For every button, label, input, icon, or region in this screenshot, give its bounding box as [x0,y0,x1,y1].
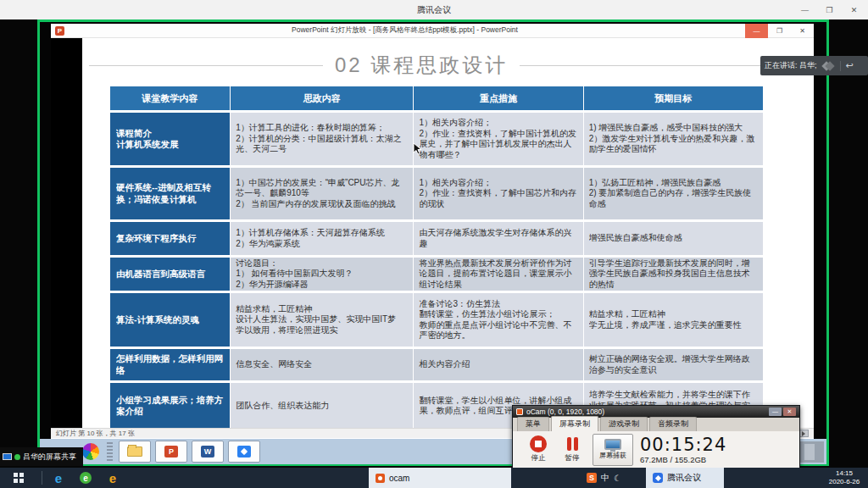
taskbar-meeting-button[interactable]: 腾讯会议 [646,468,724,488]
capture-label: 屏幕捕获 [599,451,626,460]
recording-timer: 00:15:24 [640,435,726,455]
table-header-cell: 重点措施 [414,86,582,110]
maximize-icon[interactable]: ❐ [817,0,842,19]
screen-capture-button[interactable]: 屏幕捕获 [593,434,633,466]
pinwheel-icon[interactable] [82,443,99,460]
powerpoint-window-title: PowerPoint 幻灯片放映 - [商务风格年终总结ppt模板.pptx] … [64,25,745,36]
tray-clock[interactable]: 14:15 2020-6-26 [821,468,868,488]
table-cell: 精益求精，工匠精神 学无止境，养成严谨，追求完美的重要性 [584,293,763,347]
table-row-header: 怎样利用数据，怎样利用网络 [110,349,230,380]
table-cell: 1）相关内容介绍； 2）作业：查找资料，了解中国芯片和内存的现状 [414,168,582,219]
taskbar-ocam-button[interactable]: ocam [369,468,511,488]
speaking-label: 正在讲话: 吕华; [765,60,817,71]
table-row-header: 小组学习成果展示；培养方案介绍 [110,383,230,428]
table-row: 硬件系统--进制及相互转换；冯诺依曼计算机1）中国芯片的发展史：“申威”CPU芯… [110,168,763,219]
stop-icon [530,435,547,452]
table-cell: 将业界热点最新技术发展分析评价作为讨论题目，提前布置讨论题目，课堂展示小组讨论结… [414,258,582,291]
ppt-minimize-icon[interactable]: — [745,24,768,38]
slide-letterbox [51,38,82,428]
pause-button[interactable]: 暂停 [555,435,589,463]
edge-browser-icon[interactable]: e [49,468,68,488]
table-header-cell: 思政内容 [231,86,413,110]
sogou-ime-icon[interactable]: S [587,473,597,483]
table-row: 由机器语言到高级语言讨论题目： 1） 如何看待中国新四大发明？ 2）华为开源编译… [110,258,763,291]
table-row: 课程简介 计算机系统发展1）计算工具的进化：春秋时期的算筹； 2）计算机的分类：… [110,113,763,165]
table-row-header: 由机器语言到高级语言 [110,258,230,291]
table-cell: 团队合作、组织表达能力 [231,383,413,428]
minimize-icon[interactable]: — [793,0,817,19]
table-cell: 信息安全、网络安全 [231,349,413,380]
table-cell: 准备讨论3：仿生算法 翻转课堂，仿生算法小组讨论展示； 教师的重点是点评小组讨论… [414,293,582,347]
table-cell: 1）计算机存储体系：天河超算存储系统 2）华为鸿蒙系统 [231,222,413,255]
powerpoint-app-icon: P [55,26,64,36]
tray-time: 14:15 [836,469,853,478]
course-table: 课堂教学内容思政内容重点措施预期目标课程简介 计算机系统发展1）计算工具的进化：… [109,84,764,428]
ocam-toolbar: 停止 暂停 屏幕捕获 00:15:24 67.2MB / 155.2GB [513,431,799,468]
table-cell: 树立正确的网络安全观。增强大学生网络政治参与的安全意识 [584,349,763,380]
stop-button[interactable]: 停止 [521,435,555,463]
meeting-task-label: 腾讯会议 [667,472,701,484]
moon-icon[interactable]: ☾ [614,474,621,483]
table-cell: 由天河存储系统激发学生对存储体系的兴趣 [414,222,582,255]
ocam-tab-3[interactable]: 游戏录制 [600,417,648,431]
powerpoint-window: P PowerPoint 幻灯片放映 - [商务风格年终总结ppt模板.pptx… [51,24,814,439]
monitor-icon [604,439,621,450]
table-cell: 增强民族自豪感和使命感 [584,222,763,255]
table-cell: 1) 增强民族自豪感，感受中国科技的强大 2）激发学生对计算机专业的热爱和兴趣，… [584,113,763,165]
ocam-window: oCam (0, 0, 1920, 1080) — ✕ 菜单屏幕录制游戏录制音频… [512,405,800,469]
screen-icon [3,453,12,460]
table-row: 怎样利用数据，怎样利用网络信息安全、网络安全相关内容介绍树立正确的网络安全观。增… [110,349,763,380]
quicklaunch-handle[interactable] [107,442,113,461]
mic-icon [14,454,20,460]
meeting-titlebar: 腾讯会议 — ❐ ✕ [0,0,868,19]
table-cell: 1）弘扬工匠精神，增强民族自豪感 2) 要加紧制造自己的内存，增强学生民族使命感 [584,168,763,219]
table-row-header: 课程简介 计算机系统发展 [110,113,230,165]
mouse-cursor [414,143,423,155]
table-cell: 精益求精，工匠精神 设计人生算法，实现中国梦、实现中国IT梦 学以致用，将理论照… [231,293,413,347]
table-cell: 相关内容介绍 [414,349,582,380]
ppt-restore-icon[interactable]: ❐ [768,24,791,38]
ocam-minimize-icon[interactable]: — [769,408,782,416]
ime-mode-indicator[interactable]: 中 [601,472,609,484]
green-browser-icon[interactable]: e [76,468,95,488]
ocam-window-title: oCam (0, 0, 1920, 1080) [526,408,767,416]
ocam-close-icon[interactable]: ✕ [783,408,796,416]
speaking-indicator: 正在讲话: 吕华; ↩ [760,56,868,75]
pause-label: 暂停 [565,453,580,463]
file-explorer-icon[interactable] [119,441,151,463]
stop-label: 停止 [531,453,546,463]
table-cell: 1）相关内容介绍； 2）作业：查找资料，了解中国计算机的发展史，并了解中国计算机… [414,113,582,165]
table-cell: 1）计算工具的进化：春秋时期的算筹； 2）计算机的分类：中国超级计算机：太湖之光… [231,113,413,165]
table-row: 算法-计算系统的灵魂精益求精，工匠精神 设计人生算法，实现中国梦、实现中国IT梦… [110,293,763,347]
meeting-window-title: 腾讯会议 [0,4,868,16]
meeting-taskbar-icon[interactable] [228,441,260,463]
ocam-tabs: 菜单屏幕录制游戏录制音频录制 [513,418,799,431]
table-header-cell: 预期目标 [584,86,763,110]
start-button[interactable] [0,468,37,488]
table-row-header: 复杂环境下程序执行 [110,222,230,255]
powerpoint-taskbar-icon[interactable]: P [155,441,187,463]
recording-size: 67.2MB / 155.2GB [640,455,726,464]
return-arrow-icon[interactable]: ↩ [846,61,854,70]
orange-browser-icon[interactable]: e [103,468,122,488]
ocam-tab-4[interactable]: 音频录制 [649,417,697,431]
close-icon[interactable]: ✕ [842,0,866,19]
ppt-close-icon[interactable]: ✕ [791,24,814,38]
divider [42,471,42,485]
table-cell: 1）中国芯片的发展史：“申威”CPU芯片、龙芯一号、麒麟910等 2） 当前国产… [231,168,413,219]
table-cell: 引导学生追踪行业最新技术发展的同时，增强学生民族自豪感和投身我国自主信息技术的热… [584,258,763,291]
pause-icon [567,435,578,452]
ime-indicators[interactable]: S 中 ☾ [587,468,621,488]
table-header-cell: 课堂教学内容 [110,86,230,110]
divider [840,61,841,71]
word-taskbar-icon[interactable]: W [192,441,224,463]
ocam-tab-1[interactable]: 菜单 [517,417,549,431]
meeting-icon [653,473,663,483]
ocam-tab-2[interactable]: 屏幕录制 [551,416,598,431]
table-row-header: 算法-计算系统的灵魂 [110,293,230,347]
table-row: 复杂环境下程序执行1）计算机存储体系：天河超算存储系统 2）华为鸿蒙系统由天河存… [110,222,763,255]
ocam-app-icon [516,408,523,415]
share-banner: 吕华的屏幕共享 [0,447,83,466]
slide-counter: 幻灯片 第 10 张，共 17 张 [56,429,135,438]
ocam-icon [376,474,385,483]
